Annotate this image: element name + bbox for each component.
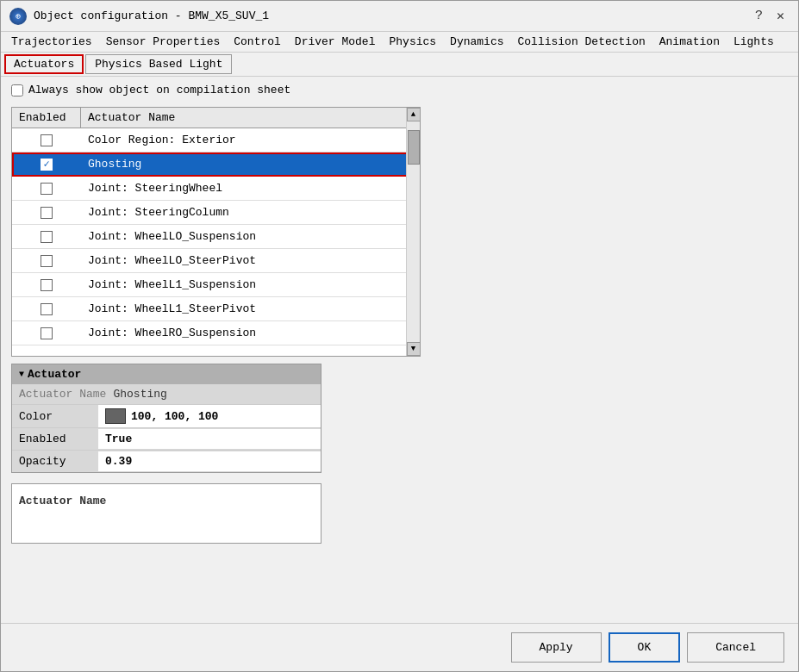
color-value-text: 100, 100, 100 [131, 410, 218, 423]
apply-button[interactable]: Apply [511, 632, 602, 663]
menubar: Trajectories Sensor Properties Control D… [1, 32, 798, 53]
row-checkbox-6[interactable] [12, 279, 81, 291]
prop-value-opacity: 0.39 [98, 451, 321, 471]
actuator-name-box-label: Actuator Name [19, 491, 314, 511]
menu-lights[interactable]: Lights [727, 34, 781, 50]
actuator-name-box: Actuator Name [11, 483, 321, 544]
table-row[interactable]: Joint: WheelLO_Suspension [12, 225, 420, 249]
col-name: Actuator Name [81, 108, 420, 128]
table-row[interactable]: Ghosting [12, 152, 420, 177]
menu-trajectories[interactable]: Trajectories [4, 34, 99, 50]
row-checkbox-8[interactable] [12, 327, 81, 339]
row-name-3: Joint: SteeringColumn [81, 202, 420, 222]
menu-dynamics[interactable]: Dynamics [443, 34, 510, 50]
app-icon: ⊕ [9, 8, 27, 25]
row-name-0: Color Region: Exterior [81, 130, 420, 150]
collapse-arrow-icon[interactable]: ▼ [19, 370, 24, 379]
always-show-row: Always show object on compilation sheet [11, 84, 788, 96]
scroll-track[interactable] [407, 121, 420, 342]
table-row[interactable]: Joint: SteeringColumn [12, 201, 420, 225]
help-button[interactable]: ? [750, 7, 768, 25]
always-show-label: Always show object on compilation sheet [28, 84, 290, 96]
table-row[interactable]: Joint: WheelRO_Suspension [12, 321, 420, 345]
menu-physics[interactable]: Physics [382, 34, 443, 50]
prop-label-enabled: Enabled [12, 429, 98, 449]
actuator-body: Actuator Name Ghosting Color 100, 100, 1… [12, 384, 321, 472]
main-content: Always show object on compilation sheet … [1, 77, 798, 623]
prop-row-opacity: Opacity 0.39 [12, 450, 321, 472]
row-name-8: Joint: WheelRO_Suspension [81, 323, 420, 343]
menu-driver-model[interactable]: Driver Model [288, 34, 383, 50]
prop-label-opacity: Opacity [12, 451, 98, 471]
cancel-button[interactable]: Cancel [687, 632, 784, 663]
ok-button[interactable]: OK [609, 632, 681, 663]
actuator-header: ▼ Actuator [12, 364, 321, 384]
row-name-2: Joint: SteeringWheel [81, 178, 420, 198]
table-row[interactable]: Joint: WheelL1_SteerPivot [12, 297, 420, 321]
prop-row-enabled: Enabled True [12, 427, 321, 450]
table-header: Enabled Actuator Name [12, 108, 420, 128]
actuator-name-value: Ghosting [113, 388, 166, 401]
table-row[interactable]: Joint: WheelLO_SteerPivot [12, 249, 420, 273]
window-title: Object configuration - BMW_X5_SUV_1 [34, 9, 269, 22]
titlebar-controls: ? ✕ [750, 6, 790, 26]
actuator-name-row: Actuator Name Ghosting [12, 384, 321, 404]
row-name-4: Joint: WheelLO_Suspension [81, 227, 420, 246]
tab-row: Actuators Physics Based Light [1, 53, 798, 77]
actuator-section: ▼ Actuator Actuator Name Ghosting Color … [11, 364, 321, 473]
row-name-7: Joint: WheelL1_SteerPivot [81, 299, 420, 319]
always-show-checkbox[interactable] [11, 84, 23, 96]
row-name-1: Ghosting [81, 154, 420, 174]
actuator-header-label: Actuator [28, 368, 81, 381]
titlebar-left: ⊕ Object configuration - BMW_X5_SUV_1 [9, 8, 269, 25]
menu-sensor-properties[interactable]: Sensor Properties [99, 34, 228, 50]
actuator-name-label: Actuator Name [19, 388, 106, 401]
row-checkbox-1[interactable] [12, 159, 81, 171]
tab-physics-based-light[interactable]: Physics Based Light [85, 54, 232, 74]
row-name-6: Joint: WheelL1_Suspension [81, 275, 420, 295]
table-scrollbar[interactable]: ▲ ▼ [406, 108, 420, 356]
row-checkbox-4[interactable] [12, 231, 81, 243]
prop-value-color: 100, 100, 100 [98, 405, 321, 427]
row-checkbox-2[interactable] [12, 183, 81, 195]
menu-animation[interactable]: Animation [652, 34, 727, 50]
table-row[interactable]: Joint: SteeringWheel [12, 177, 420, 201]
scroll-up-btn[interactable]: ▲ [407, 108, 421, 121]
prop-value-enabled: True [98, 429, 321, 449]
scroll-thumb[interactable] [408, 130, 420, 165]
row-checkbox-3[interactable] [12, 207, 81, 219]
close-button[interactable]: ✕ [771, 6, 790, 26]
prop-label-color: Color [12, 407, 98, 426]
scroll-down-btn[interactable]: ▼ [407, 342, 421, 356]
menu-collision-detection[interactable]: Collision Detection [511, 34, 652, 50]
main-window: ⊕ Object configuration - BMW_X5_SUV_1 ? … [0, 0, 799, 672]
table-row[interactable]: Color Region: Exterior [12, 128, 420, 152]
color-swatch-icon[interactable] [105, 408, 126, 424]
tab-actuators[interactable]: Actuators [4, 54, 84, 74]
row-name-5: Joint: WheelLO_SteerPivot [81, 251, 420, 271]
col-enabled: Enabled [12, 108, 81, 128]
actuator-table: Enabled Actuator Name Color Region: Exte… [11, 107, 421, 357]
table-row[interactable]: Joint: WheelL1_Suspension [12, 273, 420, 297]
bottom-buttons: Apply OK Cancel [1, 623, 798, 671]
row-checkbox-0[interactable] [12, 134, 81, 146]
prop-row-color: Color 100, 100, 100 [12, 404, 321, 427]
row-checkbox-5[interactable] [12, 255, 81, 267]
titlebar: ⊕ Object configuration - BMW_X5_SUV_1 ? … [1, 1, 798, 32]
menu-control[interactable]: Control [227, 34, 288, 50]
row-checkbox-7[interactable] [12, 303, 81, 315]
